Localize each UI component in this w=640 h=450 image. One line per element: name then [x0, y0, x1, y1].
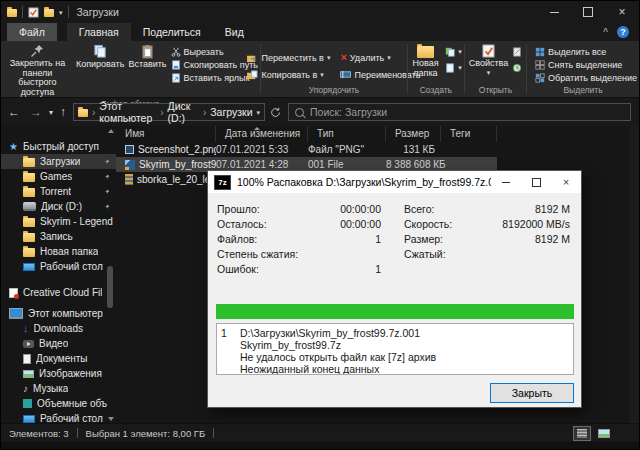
minimize-button[interactable] — [537, 1, 571, 23]
help-icon[interactable]: ? — [617, 26, 629, 38]
edit-button[interactable] — [510, 45, 524, 58]
forward-button[interactable]: → — [25, 105, 47, 119]
properties-icon — [481, 44, 496, 58]
folder-icon — [23, 188, 35, 197]
select-all-button[interactable]: Выделить все — [533, 45, 639, 58]
dropdown-caret-icon: ▾ — [387, 54, 391, 61]
sidebar-item-desktop[interactable]: Рабочий стол — [1, 259, 116, 274]
column-tags[interactable]: Теги — [441, 126, 497, 142]
group-label-organize: Упорядочить — [261, 84, 407, 97]
tab-view[interactable]: Вид — [213, 23, 256, 41]
search-input[interactable]: Поиск: Загрузки — [288, 103, 631, 121]
column-filler — [497, 126, 639, 142]
sidebar-item-torrent[interactable]: Torrent — [1, 184, 116, 199]
breadcrumb[interactable]: › Этот компьютер › Диск (D:) › Загрузки … — [73, 103, 265, 121]
history-button[interactable] — [510, 61, 524, 74]
breadcrumb-drive-d[interactable]: Диск (D:) — [168, 100, 199, 124]
stats-left-column: Прошло:00:00:00 Осталось:00:00:00 Файлов… — [217, 201, 381, 276]
breadcrumb-this-pc[interactable]: Этот компьютер — [99, 100, 156, 124]
details-view-button[interactable] — [573, 426, 591, 441]
column-type[interactable]: Тип — [308, 126, 386, 142]
3d-objects-icon — [23, 399, 32, 408]
sidebar-item-downloads-d[interactable]: Загрузки — [1, 154, 116, 169]
back-button[interactable]: ← — [3, 105, 25, 119]
dialog-maximize-button[interactable] — [521, 171, 551, 193]
up-button[interactable]: ↑ — [55, 105, 71, 119]
tab-home[interactable]: Главная — [67, 23, 131, 41]
new-folder-quick-icon[interactable] — [44, 9, 54, 17]
paste-button[interactable]: Вставить — [126, 43, 168, 71]
sidebar-item-zapis[interactable]: Запись — [1, 229, 116, 244]
collapse-ribbon-icon[interactable]: ^ — [603, 27, 608, 38]
copy-button[interactable]: Копировать — [74, 43, 126, 71]
file-list-scrollbar[interactable] — [630, 126, 639, 424]
sidebar-scrollbar[interactable] — [106, 126, 115, 424]
easy-access-button[interactable]: ▾ — [443, 61, 464, 74]
select-none-button[interactable]: Снять выделение — [533, 58, 639, 71]
sidebar-item-new-folder[interactable]: Новая папка — [1, 244, 116, 259]
sidebar-item-documents[interactable]: Документы — [1, 351, 116, 366]
extraction-progress-bar — [216, 304, 574, 319]
breadcrumb-downloads[interactable]: Загрузки — [210, 106, 252, 118]
properties-check-icon[interactable] — [28, 7, 39, 18]
dialog-minimize-button[interactable] — [491, 171, 521, 193]
dialog-close-action-button[interactable]: Закрыть — [490, 383, 574, 403]
sidebar-item-pictures[interactable]: Изображения — [1, 366, 116, 381]
group-label-open: Открыть — [465, 84, 526, 97]
dropdown-caret-icon: ▾ — [327, 54, 331, 61]
sidebar-item-drive-d[interactable]: Диск (D:) — [1, 199, 116, 214]
properties-button[interactable]: Свойства ▾ — [466, 43, 510, 77]
desktop-icon — [23, 263, 35, 271]
close-button[interactable]: × — [605, 1, 639, 23]
copy-to-button[interactable]: Копировать в ▾ — [245, 66, 332, 83]
move-to-icon — [247, 53, 258, 63]
copy-icon — [93, 44, 108, 59]
move-to-button[interactable]: Переместить в ▾ — [245, 49, 332, 66]
desktop-icon — [23, 415, 35, 423]
thumbnails-view-button[interactable] — [595, 426, 613, 441]
column-name[interactable]: Имя — [116, 126, 216, 142]
sidebar-item-videos[interactable]: Видео — [1, 336, 116, 351]
column-size[interactable]: Размер — [386, 126, 441, 142]
refresh-button[interactable] — [265, 107, 286, 118]
ribbon-group-open: Свойства ▾ Открыть — [465, 41, 526, 97]
maximize-button[interactable] — [571, 1, 605, 23]
select-none-icon — [535, 60, 545, 70]
tab-file[interactable]: Файл — [7, 23, 57, 41]
sidebar-item-music[interactable]: ♪ Музыка — [1, 381, 116, 396]
tab-share[interactable]: Поделиться — [131, 23, 213, 41]
folder-icon — [23, 218, 35, 227]
group-label-select: Выделить — [527, 84, 639, 97]
window-title: Загрузки — [77, 6, 119, 18]
folder-icon — [78, 109, 88, 117]
dropdown-caret-icon: ▾ — [458, 64, 462, 71]
sidebar-item-downloads[interactable]: ↓ Downloads — [1, 321, 116, 336]
recent-locations-caret-icon[interactable]: ▾ — [47, 109, 55, 116]
minimize-icon — [502, 182, 510, 183]
folder-icon — [7, 9, 17, 17]
dialog-close-button[interactable]: × — [551, 171, 581, 193]
search-placeholder: Поиск: Загрузки — [310, 106, 387, 118]
pin-to-quick-access-button[interactable]: Закрепить на панели быстрого доступа — [1, 43, 74, 98]
progress-fill — [216, 304, 574, 319]
sidebar-item-3d-objects[interactable]: Объемные объ — [1, 396, 116, 411]
navigation-pane: ★ Быстрый доступ Загрузки Games Torrent … — [1, 126, 116, 424]
scroll-down-icon[interactable] — [108, 417, 114, 421]
new-folder-button[interactable]: Новая папка — [408, 43, 443, 79]
folder-icon — [23, 233, 35, 242]
file-row-screenshot[interactable]: Screenshot_2.png 07.01.2021 5:33 Файл "P… — [116, 142, 497, 157]
sidebar-item-skyrim-legend[interactable]: Skyrim - Legend — [1, 214, 116, 229]
scroll-up-icon[interactable] — [108, 129, 114, 133]
column-date-modified[interactable]: Дата изменения — [216, 126, 308, 142]
sidebar-item-games[interactable]: Games — [1, 169, 116, 184]
invert-selection-button[interactable]: Обратить выделение — [533, 71, 639, 84]
sidebar-item-quick-access[interactable]: ★ Быстрый доступ — [1, 139, 116, 154]
address-dropdown-icon[interactable]: ▾ — [257, 109, 261, 116]
new-item-button[interactable]: ▾ — [443, 45, 464, 58]
scrollbar-thumb[interactable] — [107, 266, 113, 308]
window-controls: × — [537, 1, 639, 23]
music-note-icon: ♪ — [23, 384, 28, 394]
sidebar-item-this-pc[interactable]: Этот компьютер — [1, 306, 116, 321]
sidebar-item-creative-cloud[interactable]: Creative Cloud Fil — [1, 285, 116, 300]
customize-toolbar-caret-icon[interactable]: ▾ — [59, 9, 63, 16]
